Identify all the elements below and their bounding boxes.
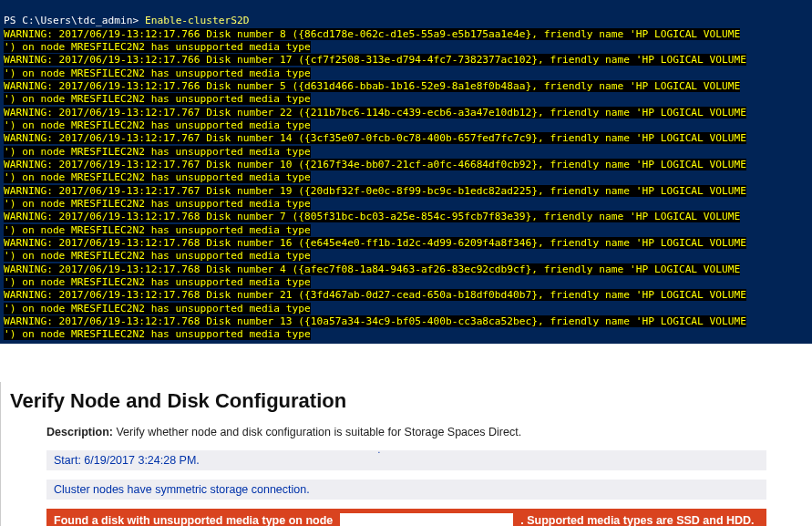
start-time-text: Start: 6/19/2017 3:24:28 PM. (54, 454, 200, 467)
warning-line: ') on node MRESFILEC2N2 has unsupported … (4, 119, 311, 131)
warning-line: WARNING: 2017/06/19-13:12:17.768 Disk nu… (4, 211, 740, 222)
start-time-row: Start: 6/19/2017 3:24:28 PM. . (46, 450, 766, 470)
warning-line: ') on node MRESFILEC2N2 has unsupported … (4, 41, 311, 53)
prompt-prefix: PS (4, 15, 22, 26)
report-description: Description: Verify whether node and dis… (46, 426, 766, 438)
description-label: Description: (46, 426, 113, 438)
warning-line: ') on node MRESFILEC2N2 has unsupported … (4, 328, 311, 340)
warning-line: WARNING: 2017/06/19-13:12:17.768 Disk nu… (4, 289, 746, 301)
warning-line: WARNING: 2017/06/19-13:12:17.766 Disk nu… (4, 54, 746, 66)
report-body: Description: Verify whether node and dis… (10, 426, 803, 526)
warning-line: ') on node MRESFILEC2N2 has unsupported … (4, 171, 311, 183)
warning-lines: WARNING: 2017/06/19-13:12:17.766 Disk nu… (4, 28, 746, 341)
warning-line: ') on node MRESFILEC2N2 has unsupported … (4, 303, 311, 315)
symmetric-row: Cluster nodes have symmetric storage con… (46, 480, 766, 500)
prompt-path: C:\Users\tdc_admin> (22, 15, 139, 26)
powershell-terminal: PS C:\Users\tdc_admin> Enable-clusterS2D… (0, 0, 812, 344)
warning-line: ') on node MRESFILEC2N2 has unsupported … (4, 250, 311, 262)
warning-line: WARNING: 2017/06/19-13:12:17.766 Disk nu… (4, 80, 740, 92)
warning-line: WARNING: 2017/06/19-13:12:17.768 Disk nu… (4, 237, 746, 249)
error-suffix: . Supported media types are SSD and HDD. (520, 514, 754, 526)
warning-line: WARNING: 2017/06/19-13:12:17.768 Disk nu… (4, 263, 740, 275)
report-title: Verify Node and Disk Configuration (10, 389, 803, 413)
description-text: Verify whether node and disk configurati… (116, 426, 521, 438)
warning-line: WARNING: 2017/06/19-13:12:17.767 Disk nu… (4, 132, 746, 144)
error-prefix: Found a disk with unsupported media type… (54, 514, 333, 526)
symmetric-text: Cluster nodes have symmetric storage con… (54, 483, 310, 496)
warning-line: WARNING: 2017/06/19-13:12:17.766 Disk nu… (4, 28, 740, 40)
warning-line: WARNING: 2017/06/19-13:12:17.767 Disk nu… (4, 185, 746, 197)
warning-line: WARNING: 2017/06/19-13:12:17.768 Disk nu… (4, 315, 746, 327)
warning-line: WARNING: 2017/06/19-13:12:17.767 Disk nu… (4, 159, 746, 170)
warning-line: ') on node MRESFILEC2N2 has unsupported … (4, 146, 311, 158)
warning-line: ') on node MRESFILEC2N2 has unsupported … (4, 198, 311, 210)
command-text: Enable-clusterS2D (145, 15, 250, 26)
dot-icon: . (377, 445, 380, 455)
validation-report: Verify Node and Disk Configuration Descr… (0, 382, 812, 526)
error-row: Found a disk with unsupported media type… (46, 509, 766, 526)
error-rows: Found a disk with unsupported media type… (46, 509, 766, 526)
prompt: PS C:\Users\tdc_admin> Enable-clusterS2D (4, 15, 249, 26)
warning-line: WARNING: 2017/06/19-13:12:17.767 Disk nu… (4, 107, 746, 119)
warning-line: ') on node MRESFILEC2N2 has unsupported … (4, 224, 311, 236)
redacted-node (340, 513, 513, 526)
warning-line: ') on node MRESFILEC2N2 has unsupported … (4, 93, 311, 105)
warning-line: ') on node MRESFILEC2N2 has unsupported … (4, 67, 311, 79)
warning-line: ') on node MRESFILEC2N2 has unsupported … (4, 276, 311, 288)
